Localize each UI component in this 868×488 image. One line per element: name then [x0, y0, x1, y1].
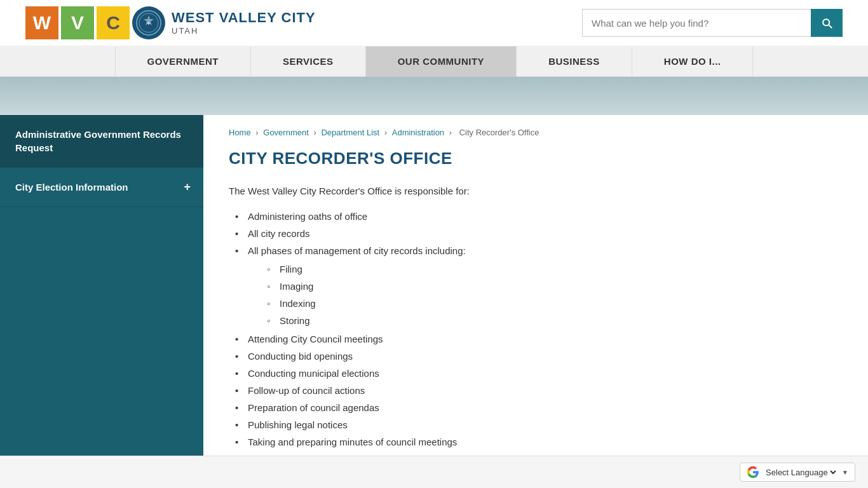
- list-item-2: All city records: [235, 225, 843, 242]
- header: W V C ✦ WEST VALLEY CITY UTAH: [0, 0, 868, 46]
- city-name-sub: UTAH: [172, 26, 316, 36]
- footer-bar: Select Language Spanish French German Ch…: [0, 456, 868, 488]
- list-item-1: Administering oaths of office: [235, 208, 843, 225]
- breadcrumb-government[interactable]: Government: [263, 128, 309, 137]
- list-item-4: Attending City Council meetings: [235, 330, 843, 348]
- intro-text: The West Valley City Recorder's Office i…: [229, 184, 843, 199]
- hero-banner: [0, 77, 868, 115]
- sub-list-phases: Filing Imaging Indexing Storing: [248, 261, 843, 329]
- breadcrumb: Home › Government › Department List › Ad…: [229, 128, 843, 137]
- content-area: Administrative Government Records Reques…: [0, 115, 868, 488]
- search-input[interactable]: [582, 9, 811, 37]
- list-item-9: Publishing legal notices: [235, 416, 843, 433]
- breadcrumb-home[interactable]: Home: [229, 128, 251, 137]
- list-item-10: Taking and preparing minutes of council …: [235, 433, 843, 451]
- logo-letters: W V C ✦: [25, 6, 165, 39]
- logo-v: V: [61, 6, 94, 39]
- nav-item-government[interactable]: GOVERNMENT: [115, 46, 252, 77]
- nav-item-services[interactable]: SERVICES: [251, 46, 366, 77]
- sidebar-item-city-election[interactable]: City Election Information +: [0, 168, 203, 207]
- list-item-8: Preparation of council agendas: [235, 399, 843, 416]
- city-name-main: WEST VALLEY CITY: [172, 10, 316, 26]
- main-content: Home › Government › Department List › Ad…: [203, 115, 868, 488]
- sidebar-item-city-election-label: City Election Information: [15, 180, 128, 194]
- logo-c: C: [97, 6, 130, 39]
- sidebar: Administrative Government Records Reques…: [0, 115, 203, 488]
- sidebar-item-admin-records-label: Administrative Government Records Reques…: [15, 128, 191, 154]
- logo-w: W: [25, 6, 58, 39]
- google-g-icon: [747, 466, 759, 478]
- sidebar-expand-icon: +: [184, 180, 191, 194]
- city-name: WEST VALLEY CITY UTAH: [172, 10, 316, 36]
- sub-list-item-imaging: Imaging: [267, 278, 843, 295]
- search-area: [582, 9, 843, 37]
- responsibilities-list: Administering oaths of office All city r…: [229, 208, 843, 451]
- list-item-5: Conducting bid openings: [235, 348, 843, 365]
- language-select[interactable]: Select Language Spanish French German Ch…: [763, 467, 838, 478]
- translate-chevron-icon: ▼: [842, 469, 848, 476]
- sub-list-item-filing: Filing: [267, 261, 843, 278]
- list-item-3: All phases of management of city records…: [235, 242, 843, 329]
- breadcrumb-sep-4: ›: [449, 128, 454, 137]
- breadcrumb-administration[interactable]: Administration: [392, 128, 444, 137]
- nav-item-business[interactable]: BUSINESS: [517, 46, 632, 77]
- search-button[interactable]: [811, 9, 843, 37]
- google-translate-widget[interactable]: Select Language Spanish French German Ch…: [740, 463, 855, 482]
- breadcrumb-department-list[interactable]: Department List: [321, 128, 379, 137]
- nav: GOVERNMENT SERVICES OUR COMMUNITY BUSINE…: [0, 46, 868, 77]
- list-item-7: Follow-up of council actions: [235, 382, 843, 399]
- breadcrumb-sep-3: ›: [384, 128, 390, 137]
- breadcrumb-sep-1: ›: [255, 128, 261, 137]
- nav-item-our-community[interactable]: OUR COMMUNITY: [366, 46, 517, 77]
- breadcrumb-sep-2: ›: [313, 128, 318, 137]
- breadcrumb-current: City Recorder's Office: [459, 128, 539, 137]
- sidebar-item-admin-records[interactable]: Administrative Government Records Reques…: [0, 115, 203, 168]
- logo-area: W V C ✦ WEST VALLEY CITY UTAH: [25, 6, 316, 39]
- sub-list-item-storing: Storing: [267, 312, 843, 329]
- page-title: CITY RECORDER'S OFFICE: [229, 149, 843, 168]
- list-item-6: Conducting municipal elections: [235, 365, 843, 382]
- logo-seal: ✦: [132, 6, 165, 39]
- search-icon: [820, 17, 833, 29]
- sub-list-item-indexing: Indexing: [267, 295, 843, 312]
- nav-item-how-do-i[interactable]: HOW DO I...: [632, 46, 754, 77]
